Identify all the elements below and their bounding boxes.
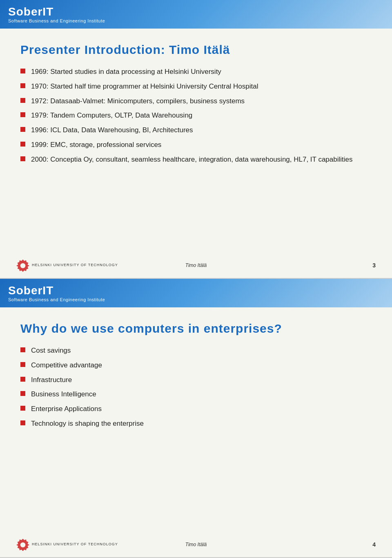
slide-2-bullet-list: Cost savings Competitive advantage Infra… — [20, 346, 372, 429]
slide-2-footer: HELSINKI UNIVERSITY OF TECHNOLOGY Timo I… — [0, 538, 392, 551]
slide-2-logo: SoberIT Software Business and Engineerin… — [8, 284, 105, 302]
list-item: 1969: Started studies in data processing… — [20, 67, 372, 77]
bullet-icon — [20, 391, 25, 396]
logo-title-2: SoberIT — [8, 284, 105, 297]
slide-1-content: Presenter Introduction: Timo Itälä 1969:… — [0, 29, 392, 178]
list-item: Competitive advantage — [20, 360, 372, 370]
presenter-name-2: Timo Itälä — [185, 542, 207, 547]
list-item: Business Intelligence — [20, 389, 372, 399]
slide-2-title: Why do we use computers in enterprises? — [20, 322, 372, 336]
presenter-name-1: Timo Itälä — [185, 262, 207, 268]
slide-2-content: Why do we use computers in enterprises? … — [0, 307, 392, 442]
list-item: 1999: EMC, storage, professional service… — [20, 140, 372, 150]
slide-1-header: SoberIT Software Business and Engineerin… — [0, 0, 392, 29]
bullet-icon — [20, 377, 25, 382]
list-item: 1970: Started half time programmer at He… — [20, 82, 372, 91]
slide-2: SoberIT Software Business and Engineerin… — [0, 279, 392, 558]
bullet-icon — [20, 347, 25, 352]
university-name-1: HELSINKI UNIVERSITY OF TECHNOLOGY — [32, 263, 118, 268]
page-number-2: 4 — [372, 541, 376, 548]
page-number-1: 3 — [372, 262, 376, 269]
university-name-2: HELSINKI UNIVERSITY OF TECHNOLOGY — [32, 542, 118, 547]
list-item: 1972: Datasaab-Valmet: Minicomputers, co… — [20, 96, 372, 106]
list-item: Enterprise Applications — [20, 404, 372, 414]
slide-1: SoberIT Software Business and Engineerin… — [0, 0, 392, 279]
svg-point-3 — [20, 542, 25, 547]
logo-title-1: SoberIT — [8, 5, 105, 18]
slide-1-title: Presenter Introduction: Timo Itälä — [20, 43, 372, 57]
list-item: Cost savings — [20, 346, 372, 356]
logo-subtitle-1: Software Business and Engineering Instit… — [8, 18, 105, 23]
bullet-icon — [20, 406, 25, 411]
list-item: Infrastructure — [20, 375, 372, 385]
list-item: Technology is shaping the enterprise — [20, 419, 372, 429]
logo-subtitle-2: Software Business and Engineering Instit… — [8, 297, 105, 302]
svg-point-1 — [20, 263, 25, 268]
list-item: 1996: ICL Data, Data Warehousing, BI, Ar… — [20, 125, 372, 135]
list-item: 2000: Conceptia Oy, consultant, seamless… — [20, 155, 372, 165]
slide-2-header: SoberIT Software Business and Engineerin… — [0, 279, 392, 307]
hut-logo-icon — [16, 259, 29, 272]
slide-1-logo: SoberIT Software Business and Engineerin… — [8, 5, 105, 23]
bullet-icon — [20, 83, 25, 88]
bullet-icon — [20, 156, 25, 161]
bullet-icon — [20, 142, 25, 147]
list-item: 1979: Tandem Computers, OLTP, Data Wareh… — [20, 111, 372, 120]
bullet-icon — [20, 362, 25, 367]
slide-1-bullet-list: 1969: Started studies in data processing… — [20, 67, 372, 165]
bullet-icon — [20, 127, 25, 132]
hut-logo-1: HELSINKI UNIVERSITY OF TECHNOLOGY — [16, 259, 118, 272]
bullet-icon — [20, 69, 25, 73]
hut-logo-icon-2 — [16, 538, 29, 551]
hut-logo-2: HELSINKI UNIVERSITY OF TECHNOLOGY — [16, 538, 118, 551]
bullet-icon — [20, 98, 25, 103]
bullet-icon — [20, 420, 25, 425]
bullet-icon — [20, 112, 25, 117]
slide-1-footer: HELSINKI UNIVERSITY OF TECHNOLOGY Timo I… — [0, 259, 392, 272]
